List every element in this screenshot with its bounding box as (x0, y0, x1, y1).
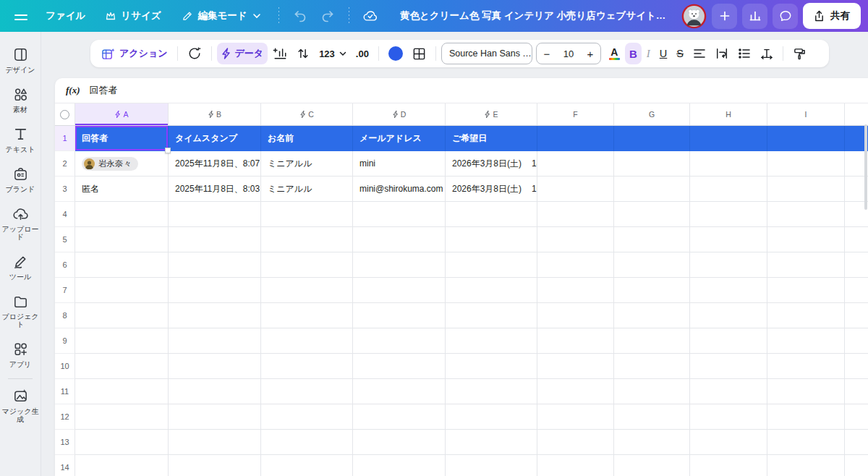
cell-F7[interactable] (537, 278, 614, 303)
row-number[interactable]: 2 (55, 151, 75, 177)
cell-A13[interactable] (75, 430, 169, 455)
sidebar-item-brand[interactable]: ブランド (0, 160, 41, 200)
cell-E13[interactable] (446, 430, 537, 455)
edit-mode-button[interactable]: 編集モード (172, 4, 271, 27)
avatar[interactable] (681, 4, 707, 29)
cell-G4[interactable] (614, 202, 690, 227)
cell-D12[interactable] (353, 404, 446, 430)
cell-C12[interactable] (261, 404, 353, 430)
row-number[interactable]: 5 (55, 227, 75, 252)
cell-D4[interactable] (353, 202, 446, 227)
list-button[interactable] (733, 43, 755, 64)
cell-E2[interactable]: 2026年3月8日(土)14:00 (446, 151, 537, 177)
cell-E4[interactable] (446, 202, 537, 227)
save-status-button[interactable] (357, 4, 383, 27)
cell-C2[interactable]: ミニアルル (261, 151, 353, 177)
cell-F9[interactable] (537, 328, 614, 354)
cell-D8[interactable] (353, 303, 446, 328)
cell-D9[interactable] (353, 328, 446, 354)
column-header-D[interactable]: D (353, 103, 446, 125)
cell-F8[interactable] (537, 303, 614, 328)
sidebar-item-elements[interactable]: 素材 (0, 80, 41, 120)
sidebar-item-text[interactable]: テキスト (0, 120, 41, 160)
row-number[interactable]: 12 (55, 404, 75, 430)
refresh-button[interactable] (183, 43, 206, 64)
cell-B2[interactable]: 2025年11月8日、8:07 (169, 151, 261, 177)
share-button[interactable]: 共有 (803, 3, 861, 29)
sidebar-item-uploads[interactable]: アップロード (0, 200, 41, 247)
file-menu-button[interactable]: ファイル (36, 4, 95, 27)
borders-button[interactable] (408, 43, 430, 64)
insert-chart-button[interactable] (268, 43, 292, 64)
cell-C11[interactable] (261, 379, 353, 404)
cell-H9[interactable] (690, 328, 767, 354)
cell-D6[interactable] (353, 252, 446, 278)
cell-B11[interactable] (169, 379, 261, 404)
font-size-decrease-button[interactable]: − (537, 48, 557, 60)
cell-I7[interactable] (767, 278, 845, 303)
cell-D5[interactable] (353, 227, 446, 252)
cell-A5[interactable] (75, 227, 169, 252)
cell-H10[interactable] (690, 354, 767, 379)
row-number[interactable]: 8 (55, 303, 75, 328)
cell-H6[interactable] (690, 252, 767, 278)
cell-I1[interactable] (767, 126, 845, 151)
row-number[interactable]: 3 (55, 177, 75, 202)
cell-C7[interactable] (261, 278, 353, 303)
cell-G13[interactable] (614, 430, 690, 455)
cell-I10[interactable] (767, 354, 845, 379)
font-size-increase-button[interactable]: + (580, 48, 600, 60)
cell-B5[interactable] (169, 227, 261, 252)
alignment-button[interactable] (689, 43, 710, 64)
main-menu-button[interactable] (7, 4, 35, 27)
bold-button[interactable]: B (625, 43, 642, 64)
formula-bar[interactable]: f(x) 回答者 (55, 78, 868, 103)
row-number[interactable]: 7 (55, 278, 75, 303)
number-format-button[interactable]: 123 (315, 43, 351, 64)
cell-B9[interactable] (169, 328, 261, 354)
cell-A10[interactable] (75, 354, 169, 379)
cell-I6[interactable] (767, 252, 845, 278)
cell-F14[interactable] (537, 455, 614, 476)
decimal-button[interactable]: .00 (352, 43, 373, 64)
cell-I12[interactable] (767, 404, 845, 430)
select-all-button[interactable] (55, 103, 75, 125)
cell-B1[interactable]: タイムスタンプ (169, 126, 261, 151)
cell-E1[interactable]: ご希望日 (446, 126, 537, 151)
column-header-A[interactable]: A (75, 103, 169, 125)
vertical-scrollbar[interactable] (864, 106, 867, 472)
text-color-button[interactable]: A (605, 43, 624, 64)
resize-button[interactable]: リサイズ (96, 4, 170, 27)
row-number[interactable]: 10 (55, 354, 75, 379)
scrollbar-thumb[interactable] (864, 124, 867, 210)
cell-H12[interactable] (690, 404, 767, 430)
cell-I5[interactable] (767, 227, 845, 252)
cell-F11[interactable] (537, 379, 614, 404)
cell-D3[interactable]: mini@shirokuma.com (353, 177, 446, 202)
cell-H2[interactable] (690, 151, 767, 177)
sidebar-item-projects[interactable]: プロジェクト (0, 287, 41, 335)
actions-button[interactable]: アクション (97, 43, 172, 64)
cell-I9[interactable] (767, 328, 845, 354)
cell-C4[interactable] (261, 202, 353, 227)
cell-I13[interactable] (767, 430, 845, 455)
cell-C10[interactable] (261, 354, 353, 379)
cell-G2[interactable] (614, 151, 690, 177)
cell-F12[interactable] (537, 404, 614, 430)
cell-A3[interactable]: 匿名 (75, 177, 169, 202)
cell-I2[interactable] (767, 151, 845, 177)
add-member-button[interactable] (712, 4, 737, 29)
cell-C1[interactable]: お名前 (261, 126, 353, 151)
cell-H8[interactable] (690, 303, 767, 328)
cell-B6[interactable] (169, 252, 261, 278)
cell-B7[interactable] (169, 278, 261, 303)
cell-E8[interactable] (446, 303, 537, 328)
cell-E3[interactable]: 2026年3月8日(土)10:00 (446, 177, 537, 202)
cell-E12[interactable] (446, 404, 537, 430)
cell-G7[interactable] (614, 278, 690, 303)
row-number[interactable]: 11 (55, 379, 75, 404)
cell-B3[interactable]: 2025年11月8日、8:03 (169, 177, 261, 202)
cell-A8[interactable] (75, 303, 169, 328)
cell-H13[interactable] (690, 430, 767, 455)
column-header-E[interactable]: E (446, 103, 537, 125)
